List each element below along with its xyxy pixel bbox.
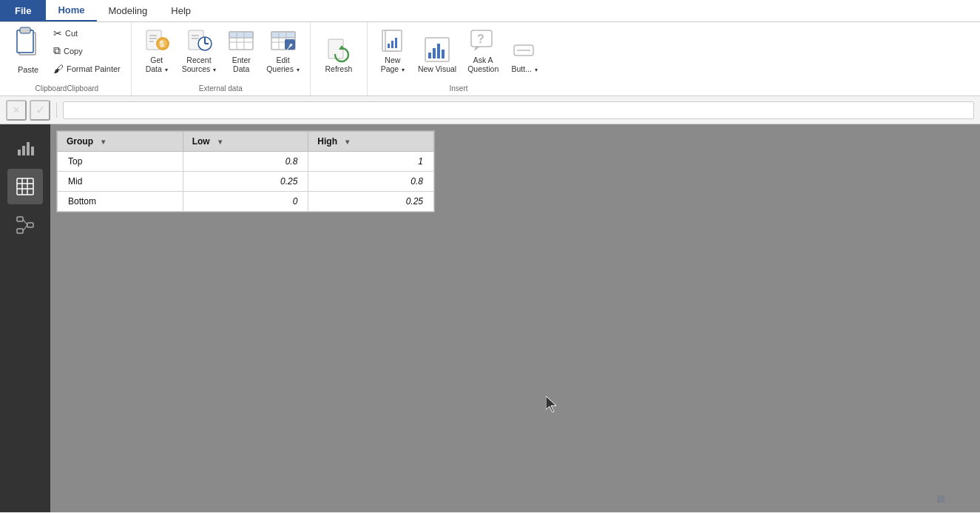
group-header-label: Group <box>67 136 93 147</box>
group-dropdown-icon[interactable]: ▾ <box>101 138 105 146</box>
toolbar-separator <box>56 103 57 118</box>
main-area: Group ▾ Low ▾ High ▾ <box>0 124 980 512</box>
new-page-icon <box>379 27 406 54</box>
sidebar-item-table[interactable] <box>7 169 43 204</box>
get-data-button[interactable]: $ GetData ▾ <box>138 25 176 77</box>
get-data-label: GetData ▾ <box>146 56 168 74</box>
row3-group: Bottom <box>58 192 183 212</box>
external-data-label: External data <box>138 83 304 95</box>
new-visual-label: New Visual <box>418 64 456 74</box>
copy-label: Copy <box>64 47 83 56</box>
svg-line-60 <box>23 219 27 225</box>
new-page-label: NewPage ▾ <box>381 56 405 74</box>
refresh-label: Refresh <box>325 64 352 74</box>
mouse-cursor <box>546 396 559 416</box>
new-visual-button[interactable]: New Visual <box>413 25 461 77</box>
edit-queries-label: EditQueries ▾ <box>266 56 300 74</box>
copy-icon: ⧉ <box>53 44 61 57</box>
recent-sources-icon <box>186 27 212 54</box>
enter-data-label: EnterData <box>232 56 251 74</box>
clipboard-label: ClipboardClipboard <box>9 83 125 95</box>
button-insert-icon <box>511 36 538 63</box>
high-dropdown-icon[interactable]: ▾ <box>345 138 349 146</box>
row2-low: 0.25 <box>183 172 308 192</box>
svg-rect-49 <box>22 146 25 155</box>
svg-rect-42 <box>442 50 445 58</box>
svg-rect-18 <box>229 32 253 38</box>
formula-bar[interactable] <box>63 101 974 119</box>
data-table-wrapper: Group ▾ Low ▾ High ▾ <box>56 130 435 212</box>
edit-queries-button[interactable]: EditQueries ▾ <box>262 25 304 77</box>
svg-rect-41 <box>437 44 440 58</box>
new-page-button[interactable]: NewPage ▾ <box>374 25 412 77</box>
sidebar-item-model[interactable] <box>7 207 43 243</box>
low-dropdown-icon[interactable]: ▾ <box>218 138 222 146</box>
home-label: Home <box>58 4 84 16</box>
col-header-high[interactable]: High ▾ <box>308 132 434 152</box>
ribbon: Paste ✂ Cut ⧉ Copy 🖌 Format Painter Clip <box>0 22 980 96</box>
watermark: |||| <box>937 490 974 506</box>
new-visual-icon <box>424 36 450 63</box>
enter-data-button[interactable]: EnterData <box>222 25 260 77</box>
cancel-icon: × <box>13 104 19 117</box>
svg-rect-57 <box>17 217 23 221</box>
row2-high: 0.8 <box>308 172 434 192</box>
copy-button[interactable]: ⧉ Copy <box>49 43 125 58</box>
svg-marker-44 <box>474 47 480 51</box>
refresh-button[interactable]: Refresh <box>317 25 361 77</box>
svg-rect-37 <box>395 38 397 48</box>
button-insert-button[interactable]: Butt... ▾ <box>505 25 544 77</box>
clipboard-group: Paste ✂ Cut ⧉ Copy 🖌 Format Painter Clip <box>3 22 132 95</box>
home-menu-item[interactable]: Home <box>46 0 96 21</box>
svg-rect-39 <box>428 53 431 58</box>
clipboard-group-name: Clipboard <box>36 84 67 93</box>
col-header-low[interactable]: Low ▾ <box>183 132 308 152</box>
refresh-group: Refresh <box>311 22 368 95</box>
row1-high: 1 <box>308 152 434 172</box>
file-menu[interactable]: File <box>0 0 46 21</box>
external-data-group: $ GetData ▾ <box>132 22 311 95</box>
data-table: Group ▾ Low ▾ High ▾ <box>57 131 434 212</box>
svg-rect-3 <box>20 27 30 33</box>
col-header-group[interactable]: Group ▾ <box>58 132 183 152</box>
ask-question-button[interactable]: ? Ask AQuestion <box>462 25 504 77</box>
low-header-label: Low <box>192 136 210 147</box>
content-area: Group ▾ Low ▾ High ▾ <box>50 124 980 512</box>
svg-rect-51 <box>31 147 34 155</box>
format-painter-button[interactable]: 🖌 Format Painter <box>49 61 125 76</box>
recent-sources-button[interactable]: RecentSources ▾ <box>178 25 220 77</box>
help-label: Help <box>171 5 191 16</box>
cancel-button[interactable]: × <box>6 100 27 121</box>
button-label: Butt... ▾ <box>512 64 538 74</box>
cut-button[interactable]: ✂ Cut <box>49 26 125 41</box>
table-row: Top 0.8 1 <box>58 152 434 172</box>
ask-question-icon: ? <box>470 27 496 54</box>
svg-rect-27 <box>285 39 295 50</box>
high-header-label: High <box>317 136 337 147</box>
svg-rect-35 <box>388 44 390 48</box>
confirm-icon: ✓ <box>36 103 45 117</box>
insert-group: NewPage ▾ New Visual <box>368 22 550 95</box>
svg-text:||||: |||| <box>937 494 944 503</box>
svg-rect-48 <box>18 150 21 155</box>
sidebar-item-bar-chart[interactable] <box>7 130 43 166</box>
modeling-menu-item[interactable]: Modeling <box>97 0 160 21</box>
svg-rect-36 <box>391 41 393 48</box>
bar-chart-icon <box>16 139 34 157</box>
insert-label: Insert <box>374 83 544 95</box>
file-label: File <box>15 5 31 16</box>
svg-rect-58 <box>17 229 23 233</box>
enter-data-icon <box>228 27 254 54</box>
confirm-button[interactable]: ✓ <box>30 100 50 121</box>
refresh-group-label <box>317 91 361 95</box>
svg-rect-50 <box>27 142 30 155</box>
left-sidebar <box>0 124 50 512</box>
help-menu-item[interactable]: Help <box>159 0 203 21</box>
external-data-buttons: $ GetData ▾ <box>138 25 304 83</box>
svg-text:?: ? <box>477 33 484 45</box>
svg-rect-23 <box>271 32 295 38</box>
paste-button[interactable]: Paste <box>9 25 47 77</box>
svg-line-61 <box>23 225 27 231</box>
table-icon <box>16 178 34 195</box>
row1-low: 0.8 <box>183 152 308 172</box>
